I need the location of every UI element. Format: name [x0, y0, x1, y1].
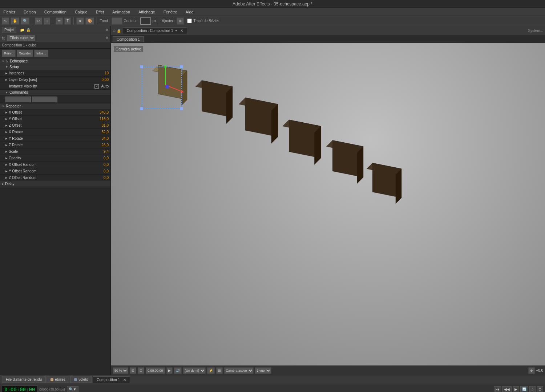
x-offset-random-expand[interactable] — [5, 163, 7, 166]
menu-fichier[interactable]: Fichier — [2, 9, 17, 15]
menu-aide[interactable]: Aide — [184, 9, 195, 15]
opacity-value[interactable]: 0,0 — [94, 156, 109, 160]
scale-value[interactable]: 9,4 — [94, 150, 109, 154]
time-display[interactable]: 0:00:00:00 — [2, 385, 37, 392]
viewer-icons: ⊙ 🔒 — [113, 29, 121, 33]
toolbar-shape-tool[interactable]: □ — [44, 17, 50, 25]
menu-effet[interactable]: Effet — [94, 9, 105, 15]
y-rotate-expand[interactable] — [5, 137, 7, 140]
separator-4 — [97, 17, 97, 25]
effects-dropdown[interactable]: Effets cube — [7, 35, 35, 41]
x-offset-expand[interactable] — [5, 111, 7, 114]
y-offset-value[interactable]: 116,0 — [94, 117, 109, 121]
tl-play[interactable]: ▶ — [513, 386, 519, 392]
viewer-play-btn[interactable]: ▶ — [166, 367, 173, 374]
zoom-select[interactable]: 50 % — [113, 367, 128, 374]
instances-expand-icon[interactable] — [5, 72, 7, 75]
y-offset-random-value[interactable]: 0,0 — [94, 169, 109, 173]
y-offset-expand[interactable] — [5, 117, 7, 121]
comp1-tab[interactable]: Composition 1 ✕ — [93, 376, 130, 383]
viewer-audio-btn[interactable]: 🔊 — [174, 367, 182, 374]
viewer-comp-tab-close[interactable]: ✕ — [180, 29, 183, 33]
layer-delay-value[interactable]: 0,00 — [94, 78, 109, 82]
toolbar-paint-tool[interactable]: 🎨 — [85, 17, 94, 25]
toolbar-hand-tool[interactable]: ✋ — [11, 17, 19, 25]
toolbar-rotate-tool[interactable]: ↩ — [35, 17, 42, 25]
viewer-grid-btn[interactable]: ⊞ — [216, 367, 223, 374]
instances-value[interactable]: 10 — [94, 71, 109, 75]
z-offset-random-value[interactable]: 0,0 — [94, 176, 109, 180]
views-select[interactable]: 1 vue — [255, 367, 271, 374]
menu-fenetre[interactable]: Fenêtre — [162, 9, 179, 15]
toolbar-zoom-tool[interactable]: 🔍 — [21, 17, 29, 25]
tl-preview[interactable]: ⊙ — [537, 386, 543, 392]
toolbar-star-tool[interactable]: ★ — [76, 17, 84, 25]
project-tab[interactable]: Projet — [2, 27, 16, 33]
toolbar-pen-tool[interactable]: ✏ — [56, 17, 63, 25]
x-offset-random-value[interactable]: 0,0 — [94, 163, 109, 167]
viewer-3d-btn[interactable]: ⊕ — [528, 367, 535, 374]
z-rotate-expand[interactable] — [5, 143, 7, 147]
cmd-btn-2[interactable] — [32, 97, 57, 102]
infos-btn[interactable]: Infos... — [34, 50, 48, 57]
opacity-expand[interactable] — [5, 156, 7, 160]
ajouter-label: Ajouter : — [162, 19, 175, 23]
effects-close-btn[interactable]: ✕ — [105, 36, 109, 40]
x-rotate-expand[interactable] — [5, 130, 7, 134]
z-rotate-value[interactable]: 28,0 — [94, 143, 109, 147]
x-rotate-value[interactable]: 32,0 — [94, 130, 109, 134]
tl-search-btn[interactable]: 🔍▼ — [67, 386, 78, 392]
setup-group[interactable]: Setup — [0, 64, 110, 70]
commands-collapse-icon — [5, 91, 8, 94]
layer-delay-expand-icon[interactable] — [5, 78, 7, 81]
comp-sub-tab[interactable]: Composition 1 — [113, 36, 144, 42]
panel-close-btn[interactable]: ✕ — [105, 28, 109, 32]
comp1-tab-close[interactable]: ✕ — [123, 378, 126, 382]
instance-vis-checkbox[interactable]: ✓ — [94, 84, 99, 89]
menu-edition[interactable]: Edition — [22, 9, 37, 15]
ajouter-btn[interactable]: ⊕ — [177, 17, 184, 25]
toolbar-text-tool[interactable]: T — [64, 17, 71, 25]
viewer-time-display[interactable]: 0:00:00:00 — [146, 367, 165, 374]
echospace-fx-icon: fx — [6, 60, 8, 63]
viewer-safe-btn[interactable]: ⊡ — [138, 367, 144, 374]
y-offset-random-expand[interactable] — [5, 170, 7, 173]
contour-color[interactable] — [140, 17, 151, 25]
viewer-comp-dropdown-icon[interactable]: ▼ — [175, 29, 178, 32]
y-rotate-value[interactable]: 34,0 — [94, 136, 109, 140]
delay-expand-icon[interactable] — [2, 182, 4, 185]
fond-color[interactable] — [112, 17, 122, 25]
tl-first-frame[interactable]: ⏮ — [494, 386, 501, 392]
commands-group[interactable]: Commands — [0, 90, 110, 95]
echospace-group[interactable]: fx Echospace — [0, 58, 110, 64]
tl-audio[interactable]: ♫ — [529, 386, 536, 392]
menu-composition[interactable]: Composition — [43, 9, 68, 15]
x-offset-value[interactable]: 340,0 — [94, 110, 109, 114]
z-offset-expand[interactable] — [5, 124, 7, 127]
render-queue-tab[interactable]: File d'attente de rendu — [2, 376, 46, 383]
menu-affichage[interactable]: Affichage — [137, 9, 157, 15]
repeater-group[interactable]: Repeater — [0, 103, 110, 109]
register-btn[interactable]: Register — [17, 50, 33, 57]
scale-expand[interactable] — [5, 150, 7, 153]
viewer-fit-btn[interactable]: ⊞ — [130, 367, 136, 374]
menu-animation[interactable]: Animation — [111, 9, 132, 15]
viewer-comp-tab[interactable]: Composition : Composition 1 ▼ ✕ — [123, 27, 187, 34]
delay-group[interactable]: Delay — [0, 181, 110, 187]
reset-btn[interactable]: Réinit. — [2, 50, 16, 57]
camera-select[interactable]: Caméra active — [224, 367, 254, 374]
cmd-btn-1[interactable] — [5, 97, 31, 102]
etoiles-tab[interactable]: etoiles — [47, 376, 69, 383]
toolbar-arrow-tool[interactable]: ↖ — [2, 17, 9, 25]
volets-tab[interactable]: volets — [70, 376, 92, 383]
z-offset-random-expand[interactable] — [5, 176, 7, 179]
tl-step-back[interactable]: ◀◀ — [502, 386, 512, 392]
panel-header: Projet 📁 🔒 ✕ — [0, 26, 110, 34]
tl-loop[interactable]: 🔄 — [520, 386, 528, 392]
z-offset-value[interactable]: 81,0 — [94, 123, 109, 127]
trace-label: Tracé de Bézier — [193, 19, 219, 23]
quality-select[interactable]: (Un demi) — [183, 367, 206, 374]
viewer-fast-preview-btn[interactable]: ⚡ — [207, 367, 215, 374]
trace-checkbox[interactable] — [187, 19, 192, 23]
menu-calque[interactable]: Calque — [73, 9, 89, 15]
